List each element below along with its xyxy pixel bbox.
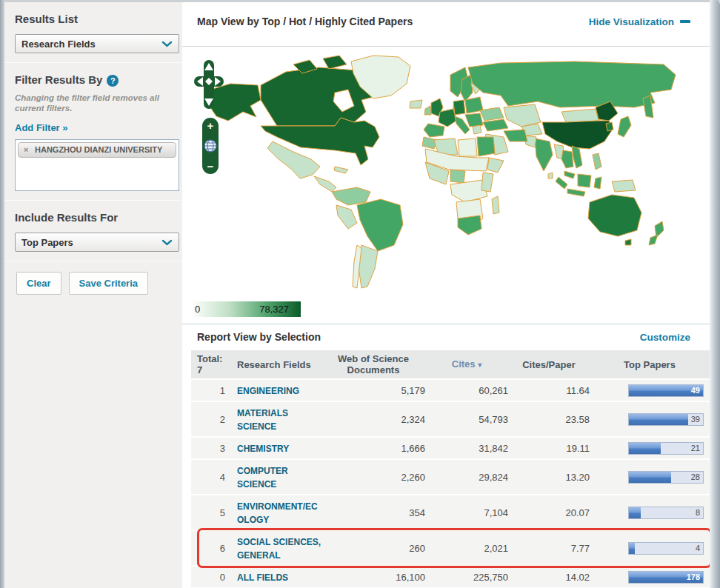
filter-tag-label: HANGZHOU DIANZI UNIVERSITY	[35, 145, 162, 154]
table-row: 1 ENGINEERING 5,179 60,261 11.64 49	[191, 380, 710, 401]
country-mongolia	[561, 109, 599, 122]
results-list-dropdown[interactable]: Research Fields	[15, 34, 179, 53]
hide-visualization-link[interactable]: Hide Visualization	[589, 16, 690, 27]
map-title: Map View by Top / Hot / Highly Cited Pap…	[197, 16, 413, 27]
country-madagascar	[492, 196, 499, 214]
scrollbar[interactable]	[710, 0, 720, 588]
research-field-link[interactable]: CHEMISTRY	[237, 444, 289, 454]
row-field: COMPUTER SCIENCE	[225, 464, 321, 490]
row-field: CHEMISTRY	[225, 441, 321, 455]
research-field-link[interactable]: ENVIRONMENT/ECOLOGY	[237, 501, 318, 525]
new-zealand-south	[649, 235, 658, 245]
country-malaysia	[564, 171, 575, 178]
row-wos-documents: 5,179	[321, 385, 425, 396]
customize-link[interactable]: Customize	[640, 332, 690, 343]
country-philippines	[593, 153, 601, 170]
row-field: ENGINEERING	[225, 384, 321, 397]
remove-filter-icon[interactable]: ×	[24, 145, 28, 155]
row-cites-per-paper: 23.58	[508, 414, 590, 425]
header-top-papers: Top Papers	[590, 359, 710, 370]
top-papers-bar-fill	[629, 543, 635, 554]
top-papers-value: 178	[687, 572, 700, 581]
row-field: ALL FIELDS	[225, 570, 321, 584]
clear-button[interactable]: Clear	[16, 272, 61, 295]
total-value: 7	[197, 364, 225, 375]
top-papers-bar: 8	[628, 507, 704, 519]
country-south-africa	[458, 216, 481, 235]
horn-of-africa	[487, 158, 504, 173]
top-papers-value: 28	[691, 472, 700, 481]
country-japan	[618, 116, 631, 137]
save-criteria-button[interactable]: Save Criteria	[69, 272, 149, 295]
row-wos-documents: 2,324	[321, 414, 425, 425]
row-top-papers: 21	[590, 442, 710, 455]
top-papers-bar-fill	[629, 472, 671, 483]
sidebar-actions: Clear Save Criteria	[4, 261, 182, 295]
research-field-link[interactable]: SOCIAL SCIENCES, GENERAL	[237, 537, 321, 561]
row-cites: 2,021	[425, 543, 508, 554]
table-row: 0 ALL FIELDS 16,100 225,750 14.02 178	[191, 567, 710, 587]
row-field: ENVIRONMENT/ECOLOGY	[225, 499, 321, 526]
divider	[182, 324, 710, 324]
legend-max-value: 78,327	[259, 304, 289, 315]
research-field-link[interactable]: ENGINEERING	[237, 386, 299, 396]
country-india	[535, 138, 553, 171]
top-papers-bar: 178	[628, 571, 704, 584]
country-brazil	[357, 199, 403, 251]
table-header-row: Total: 7 Research Fields Web of Science …	[191, 350, 710, 378]
zoom-in-button[interactable]: +	[207, 120, 214, 131]
row-rank: 0	[191, 572, 225, 583]
country-china	[542, 121, 613, 149]
research-field-link[interactable]: COMPUTER SCIENCE	[237, 466, 288, 490]
include-results-section: Include Results For Top Papers	[4, 201, 182, 261]
research-field-link[interactable]: MATERIALS SCIENCE	[237, 408, 288, 432]
globe-icon[interactable]	[204, 139, 217, 153]
table-row: 6 SOCIAL SCIENCES, GENERAL 260 2,021 7.7…	[191, 531, 710, 565]
collapse-icon	[680, 20, 690, 23]
report-section-header: Report View by Selection Customize	[182, 331, 710, 343]
chevron-down-icon	[161, 37, 173, 50]
pan-control[interactable]	[194, 60, 224, 109]
country-thailand	[561, 150, 573, 168]
top-papers-value: 4	[696, 544, 700, 552]
row-cites-per-paper: 14.02	[508, 572, 590, 583]
main-content: Map View by Top / Hot / Highly Cited Pap…	[182, 2, 710, 588]
world-choropleth-map[interactable]	[190, 54, 708, 298]
zoom-out-button[interactable]: −	[207, 161, 214, 172]
header-cites[interactable]: Cites ▾	[425, 358, 508, 370]
map-section-header: Map View by Top / Hot / Highly Cited Pap…	[182, 16, 710, 27]
java	[567, 189, 585, 196]
row-rank: 3	[191, 443, 225, 454]
top-papers-bar: 28	[628, 471, 704, 484]
row-top-papers: 8	[590, 507, 710, 519]
row-cites: 7,104	[425, 507, 508, 518]
row-wos-documents: 1,666	[321, 443, 425, 454]
sulawesi	[594, 177, 601, 189]
filter-title-text: Filter Results By	[15, 73, 102, 86]
hide-visualization-label: Hide Visualization	[589, 16, 674, 27]
row-cites-per-paper: 19.11	[508, 443, 590, 454]
country-sweden	[461, 75, 473, 101]
row-rank: 1	[191, 385, 225, 396]
header-research-fields: Research Fields	[225, 359, 321, 370]
filter-tag: × HANGZHOU DIANZI UNIVERSITY	[18, 142, 176, 158]
row-rank: 4	[191, 472, 225, 483]
add-filter-link[interactable]: Add Filter »	[15, 122, 68, 133]
country-greece	[473, 125, 481, 134]
results-list-selected: Research Fields	[21, 39, 96, 50]
table-row: 3 CHEMISTRY 1,666 31,842 19.11 21	[191, 438, 710, 458]
row-cites-per-paper: 20.07	[508, 507, 590, 518]
map-legend: 0 78,327	[191, 301, 301, 317]
include-results-dropdown[interactable]: Top Papers	[15, 233, 179, 252]
country-cuba	[334, 167, 348, 173]
row-cites: 29,824	[425, 472, 508, 483]
legend-min-value: 0	[195, 304, 200, 315]
research-field-link[interactable]: ALL FIELDS	[237, 572, 288, 583]
row-cites-per-paper: 7.77	[508, 543, 590, 554]
help-icon[interactable]: ?	[107, 75, 119, 87]
row-wos-documents: 2,260	[321, 472, 425, 483]
central-america	[314, 176, 336, 192]
row-wos-documents: 260	[321, 543, 425, 554]
row-rank: 6	[191, 543, 225, 554]
header-cites-per-paper: Cites/Paper	[508, 359, 590, 370]
